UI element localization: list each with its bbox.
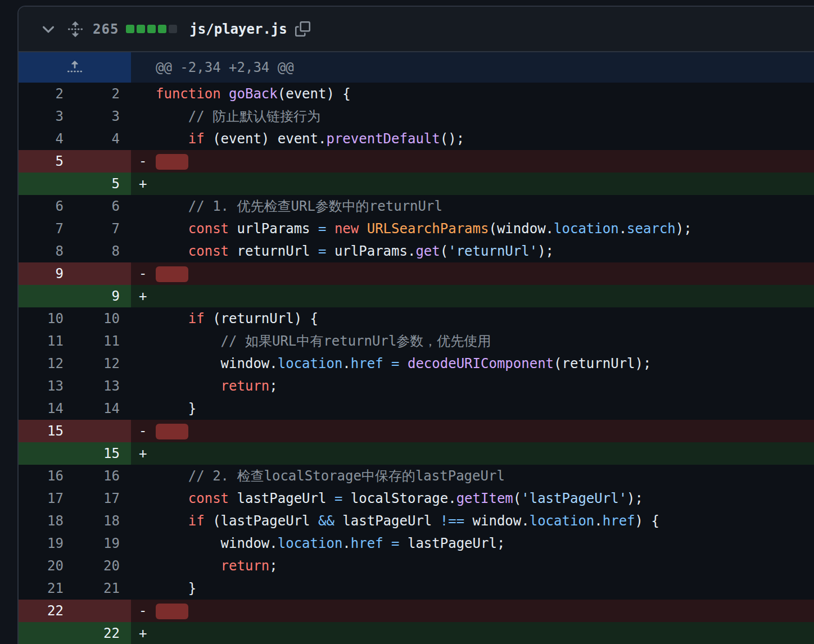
old-line-number[interactable] <box>19 285 75 307</box>
context-line-row: 77 const urlParams = new URLSearchParams… <box>19 217 814 240</box>
new-line-number[interactable]: 14 <box>75 397 131 420</box>
old-line-number[interactable]: 14 <box>19 397 75 420</box>
new-line-number[interactable]: 20 <box>75 555 131 577</box>
old-line-number[interactable]: 13 <box>19 375 75 397</box>
copy-path-button[interactable] <box>295 21 310 37</box>
code-line: return; <box>131 555 814 577</box>
deleted-whitespace-highlight <box>156 266 188 282</box>
context-line-row: 1717 const lastPageUrl = localStorage.ge… <box>19 487 814 510</box>
old-line-number[interactable]: 2 <box>19 83 75 105</box>
new-line-number[interactable]: 5 <box>75 173 131 195</box>
code-line: const returnUrl = urlParams.get('returnU… <box>131 240 814 262</box>
new-line-number[interactable]: 4 <box>75 128 131 150</box>
diff-marker: + <box>139 442 156 465</box>
new-line-number[interactable]: 19 <box>75 532 131 555</box>
deleted-line-row: 15- <box>19 420 814 442</box>
added-line-row: 5+ <box>19 173 814 195</box>
new-line-number[interactable] <box>75 420 131 442</box>
new-line-number[interactable] <box>75 150 131 173</box>
code-line: window.location.href = lastPageUrl; <box>131 532 814 555</box>
new-line-number[interactable]: 18 <box>75 510 131 532</box>
code-line: + <box>131 442 814 465</box>
code-line: + <box>131 173 814 195</box>
old-line-number[interactable] <box>19 173 75 195</box>
context-line-row: 33 // 防止默认链接行为 <box>19 105 814 128</box>
old-line-number[interactable]: 7 <box>19 217 75 240</box>
old-line-number[interactable]: 10 <box>19 307 75 330</box>
new-line-number[interactable]: 9 <box>75 285 131 307</box>
expand-hunk-up-button[interactable] <box>19 52 131 83</box>
new-line-number[interactable]: 2 <box>75 83 131 105</box>
old-line-number[interactable] <box>19 622 75 644</box>
new-line-number[interactable] <box>75 262 131 285</box>
deleted-line-row: 9- <box>19 262 814 285</box>
diffstat-neutral-square <box>169 25 177 33</box>
new-line-number[interactable]: 12 <box>75 352 131 375</box>
context-line-row: 2121 } <box>19 577 814 600</box>
code-line: - <box>131 150 814 173</box>
old-line-number[interactable]: 17 <box>19 487 75 510</box>
code-line: if (lastPageUrl && lastPageUrl !== windo… <box>131 510 814 532</box>
diff-marker: + <box>139 173 156 195</box>
diff-file-card: 265 js/player.js @@ -2,34 +2,34 @@22func… <box>17 6 814 644</box>
old-line-number[interactable]: 4 <box>19 128 75 150</box>
diff-marker: - <box>139 150 156 173</box>
deleted-line-row: 5- <box>19 150 814 173</box>
old-line-number[interactable]: 9 <box>19 262 75 285</box>
old-line-number[interactable]: 11 <box>19 330 75 352</box>
code-line: if (returnUrl) { <box>131 307 814 330</box>
context-line-row: 1010 if (returnUrl) { <box>19 307 814 330</box>
context-line-row: 66 // 1. 优先检查URL参数中的returnUrl <box>19 195 814 217</box>
old-line-number[interactable]: 12 <box>19 352 75 375</box>
diffstat <box>126 25 179 33</box>
old-line-number[interactable]: 6 <box>19 195 75 217</box>
new-line-number[interactable] <box>75 600 131 622</box>
new-line-number[interactable]: 7 <box>75 217 131 240</box>
code-line: const lastPageUrl = localStorage.getItem… <box>131 487 814 510</box>
diffstat-addition-square <box>137 25 145 33</box>
added-line-row: 22+ <box>19 622 814 644</box>
context-line-row: 1212 window.location.href = decodeURICom… <box>19 352 814 375</box>
expand-all-button[interactable] <box>67 21 84 38</box>
old-line-number[interactable]: 21 <box>19 577 75 600</box>
old-line-number[interactable]: 16 <box>19 465 75 487</box>
new-line-number[interactable]: 16 <box>75 465 131 487</box>
file-name[interactable]: js/player.js <box>189 21 287 37</box>
code-line: - <box>131 600 814 622</box>
new-line-number[interactable]: 6 <box>75 195 131 217</box>
old-line-number[interactable]: 19 <box>19 532 75 555</box>
new-line-number[interactable]: 15 <box>75 442 131 465</box>
diff-marker: + <box>139 622 156 644</box>
old-line-number[interactable]: 22 <box>19 600 75 622</box>
old-line-number[interactable]: 5 <box>19 150 75 173</box>
chevron-down-icon <box>40 21 57 38</box>
new-line-number[interactable]: 13 <box>75 375 131 397</box>
old-line-number[interactable]: 20 <box>19 555 75 577</box>
code-line: const urlParams = new URLSearchParams(wi… <box>131 217 814 240</box>
new-line-number[interactable]: 10 <box>75 307 131 330</box>
new-line-number[interactable]: 8 <box>75 240 131 262</box>
changed-lines-count: 265 <box>93 21 119 37</box>
context-line-row: 88 const returnUrl = urlParams.get('retu… <box>19 240 814 262</box>
old-line-number[interactable]: 18 <box>19 510 75 532</box>
collapse-file-button[interactable] <box>40 21 57 38</box>
context-line-row: 1919 window.location.href = lastPageUrl; <box>19 532 814 555</box>
unfold-icon <box>67 21 84 38</box>
new-line-number[interactable]: 21 <box>75 577 131 600</box>
old-line-number[interactable]: 15 <box>19 420 75 442</box>
code-line: // 如果URL中有returnUrl参数，优先使用 <box>131 330 814 352</box>
added-line-row: 15+ <box>19 442 814 465</box>
old-line-number[interactable] <box>19 442 75 465</box>
context-line-row: 1818 if (lastPageUrl && lastPageUrl !== … <box>19 510 814 532</box>
new-line-number[interactable]: 17 <box>75 487 131 510</box>
new-line-number[interactable]: 3 <box>75 105 131 128</box>
context-line-row: 1414 } <box>19 397 814 420</box>
code-line: } <box>131 577 814 600</box>
old-line-number[interactable]: 3 <box>19 105 75 128</box>
code-line: // 1. 优先检查URL参数中的returnUrl <box>131 195 814 217</box>
new-line-number[interactable]: 22 <box>75 622 131 644</box>
code-line: // 2. 检查localStorage中保存的lastPageUrl <box>131 465 814 487</box>
new-line-number[interactable]: 11 <box>75 330 131 352</box>
old-line-number[interactable]: 8 <box>19 240 75 262</box>
diff-marker: - <box>139 262 156 285</box>
